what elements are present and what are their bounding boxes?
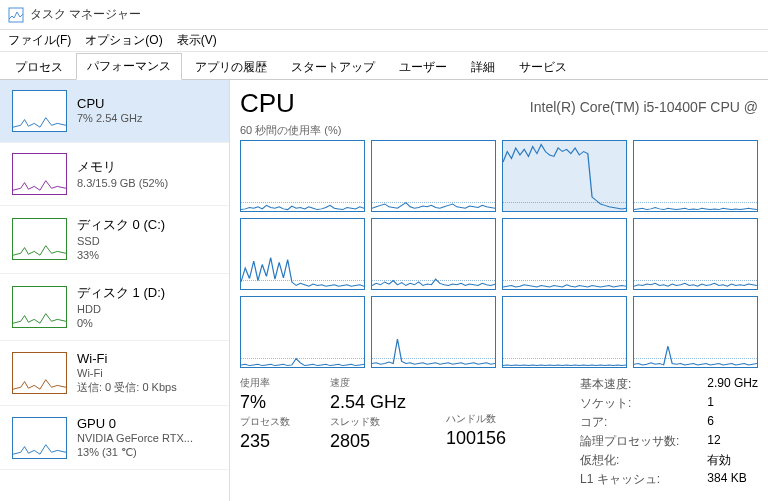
sockets-value: 1 (707, 395, 758, 412)
sidebar-item-title: ディスク 1 (D:) (77, 284, 165, 302)
spec-table: 基本速度: 2.90 GHz ソケット: 1 コア: 6 論理プロセッサ数: 1… (580, 376, 758, 488)
sidebar-item-sub: 8.3/15.9 GB (52%) (77, 176, 168, 190)
titlebar: タスク マネージャー (0, 0, 768, 30)
sidebar-graph (12, 352, 67, 394)
sidebar-item-0[interactable]: CPU7% 2.54 GHz (0, 80, 229, 143)
sidebar-item-sub: 7% 2.54 GHz (77, 111, 142, 125)
sidebar-item-sub: HDD0% (77, 302, 165, 331)
virt-value: 有効 (707, 452, 758, 469)
cores-value: 6 (707, 414, 758, 431)
sidebar-graph (12, 286, 67, 328)
tab-startup[interactable]: スタートアップ (280, 54, 386, 80)
tab-performance[interactable]: パフォーマンス (76, 53, 182, 80)
sidebar-item-title: ディスク 0 (C:) (77, 216, 165, 234)
l1-value: 384 KB (707, 471, 758, 488)
utilization-label: 使用率 (240, 376, 290, 390)
sidebar-graph (12, 153, 67, 195)
core-chart-3 (633, 140, 758, 212)
speed-value: 2.54 GHz (330, 392, 406, 413)
sidebar-graph (12, 90, 67, 132)
sidebar-item-sub: NVIDIA GeForce RTX...13% (31 ℃) (77, 431, 193, 460)
core-chart-4 (240, 218, 365, 290)
tab-services[interactable]: サービス (508, 54, 578, 80)
sidebar: CPU7% 2.54 GHzメモリ8.3/15.9 GB (52%)ディスク 0… (0, 80, 230, 501)
core-chart-2 (502, 140, 627, 212)
tab-details[interactable]: 詳細 (460, 54, 506, 80)
sidebar-item-2[interactable]: ディスク 0 (C:)SSD33% (0, 206, 229, 274)
threads-value: 2805 (330, 431, 406, 452)
tabstrip: プロセス パフォーマンス アプリの履歴 スタートアップ ユーザー 詳細 サービス (0, 52, 768, 80)
handles-label: ハンドル数 (446, 412, 506, 426)
core-grid (240, 140, 758, 368)
sidebar-item-title: GPU 0 (77, 416, 193, 431)
base-speed-value: 2.90 GHz (707, 376, 758, 393)
sidebar-item-sub: Wi-Fi送信: 0 受信: 0 Kbps (77, 366, 177, 395)
menu-options[interactable]: オプション(O) (85, 32, 162, 49)
utilization-value: 7% (240, 392, 290, 413)
sidebar-item-title: CPU (77, 96, 142, 111)
sidebar-graph (12, 417, 67, 459)
core-chart-9 (371, 296, 496, 368)
sockets-label: ソケット: (580, 395, 679, 412)
stats-row: 使用率 7% プロセス数 235 速度 2.54 GHz スレッド数 2805 … (240, 376, 758, 488)
core-chart-0 (240, 140, 365, 212)
cpu-model: Intel(R) Core(TM) i5-10400F CPU @ (530, 99, 758, 115)
threads-label: スレッド数 (330, 415, 406, 429)
core-chart-1 (371, 140, 496, 212)
sidebar-item-1[interactable]: メモリ8.3/15.9 GB (52%) (0, 143, 229, 206)
sidebar-item-5[interactable]: GPU 0NVIDIA GeForce RTX...13% (31 ℃) (0, 406, 229, 471)
sidebar-item-4[interactable]: Wi-FiWi-Fi送信: 0 受信: 0 Kbps (0, 341, 229, 406)
processes-label: プロセス数 (240, 415, 290, 429)
sidebar-item-title: Wi-Fi (77, 351, 177, 366)
sidebar-item-sub: SSD33% (77, 234, 165, 263)
page-title: CPU (240, 88, 295, 119)
core-chart-11 (633, 296, 758, 368)
core-chart-6 (502, 218, 627, 290)
logical-label: 論理プロセッサ数: (580, 433, 679, 450)
detail-head: CPU Intel(R) Core(TM) i5-10400F CPU @ (240, 88, 758, 119)
tab-apphistory[interactable]: アプリの履歴 (184, 54, 278, 80)
processes-value: 235 (240, 431, 290, 452)
menu-view[interactable]: 表示(V) (177, 32, 217, 49)
core-chart-10 (502, 296, 627, 368)
speed-label: 速度 (330, 376, 406, 390)
menu-file[interactable]: ファイル(F) (8, 32, 71, 49)
tab-users[interactable]: ユーザー (388, 54, 458, 80)
l1-label: L1 キャッシュ: (580, 471, 679, 488)
app-icon (8, 7, 24, 23)
window-title: タスク マネージャー (30, 6, 141, 23)
sidebar-graph (12, 218, 67, 260)
core-chart-5 (371, 218, 496, 290)
core-chart-7 (633, 218, 758, 290)
cores-label: コア: (580, 414, 679, 431)
menubar: ファイル(F) オプション(O) 表示(V) (0, 30, 768, 52)
handles-value: 100156 (446, 428, 506, 449)
detail-pane: CPU Intel(R) Core(TM) i5-10400F CPU @ 60… (230, 80, 768, 501)
base-speed-label: 基本速度: (580, 376, 679, 393)
logical-value: 12 (707, 433, 758, 450)
tab-processes[interactable]: プロセス (4, 54, 74, 80)
history-label: 60 秒間の使用率 (%) (240, 123, 758, 138)
main-split: CPU7% 2.54 GHzメモリ8.3/15.9 GB (52%)ディスク 0… (0, 80, 768, 501)
core-chart-8 (240, 296, 365, 368)
virt-label: 仮想化: (580, 452, 679, 469)
sidebar-item-title: メモリ (77, 158, 168, 176)
sidebar-item-3[interactable]: ディスク 1 (D:)HDD0% (0, 274, 229, 342)
